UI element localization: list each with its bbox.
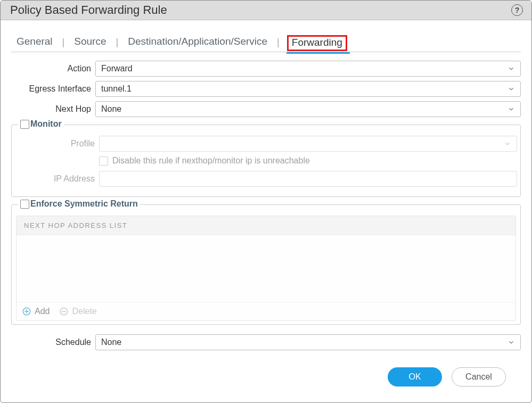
dialog-title: Policy Based Forwarding Rule bbox=[10, 3, 167, 17]
tab-general[interactable]: General bbox=[14, 34, 55, 52]
select-egress-value: tunnel.1 bbox=[101, 84, 132, 94]
cancel-button-label: Cancel bbox=[465, 372, 492, 382]
tab-forwarding[interactable]: Forwarding bbox=[287, 35, 347, 51]
row-nexthop: Next Hop None bbox=[11, 101, 521, 117]
chevron-down-icon bbox=[508, 85, 515, 93]
nexthop-address-list bbox=[17, 235, 515, 302]
select-nexthop[interactable]: None bbox=[95, 101, 521, 117]
chevron-down-icon bbox=[508, 65, 515, 72]
minus-circle-icon bbox=[59, 307, 69, 316]
delete-button: Delete bbox=[59, 307, 96, 316]
label-action: Action bbox=[11, 64, 95, 73]
legend-symmetric: Enforce Symmetric Return bbox=[18, 199, 140, 209]
label-profile: Profile bbox=[15, 139, 99, 149]
checkbox-disable-rule bbox=[99, 157, 108, 166]
content-area: General | Source | Destination/Applicati… bbox=[1, 20, 531, 402]
legend-monitor: Monitor bbox=[18, 119, 64, 129]
tab-source[interactable]: Source bbox=[72, 34, 108, 52]
row-ipaddress: IP Address bbox=[15, 171, 517, 187]
add-button-label: Add bbox=[35, 307, 50, 316]
legend-monitor-label: Monitor bbox=[30, 119, 62, 129]
fieldset-symmetric: Enforce Symmetric Return NEXT HOP ADDRES… bbox=[11, 204, 521, 325]
row-egress: Egress Interface tunnel.1 bbox=[11, 81, 521, 97]
form-area: Action Forward Egress Interface tunnel.1 bbox=[11, 61, 521, 355]
titlebar: Policy Based Forwarding Rule ? bbox=[1, 1, 531, 20]
chevron-down-icon bbox=[508, 339, 515, 346]
nexthop-address-panel: NEXT HOP ADDRESS LIST Add bbox=[16, 216, 516, 321]
checkbox-monitor[interactable] bbox=[20, 120, 29, 129]
ok-button[interactable]: OK bbox=[388, 367, 442, 386]
ok-button-label: OK bbox=[408, 372, 421, 382]
select-action[interactable]: Forward bbox=[95, 61, 521, 77]
tab-separator: | bbox=[277, 37, 280, 48]
cancel-button[interactable]: Cancel bbox=[452, 367, 506, 386]
fieldset-monitor: Monitor Profile Disable this rule if nex… bbox=[11, 125, 521, 197]
input-ipaddress bbox=[99, 171, 517, 187]
plus-circle-icon bbox=[22, 307, 31, 316]
select-profile bbox=[99, 136, 517, 152]
tab-destination[interactable]: Destination/Application/Service bbox=[126, 34, 269, 52]
tab-separator: | bbox=[62, 37, 65, 48]
nexthop-address-actions: Add Delete bbox=[17, 302, 515, 320]
select-schedule[interactable]: None bbox=[95, 334, 521, 350]
nexthop-address-header: NEXT HOP ADDRESS LIST bbox=[17, 216, 515, 235]
select-egress[interactable]: tunnel.1 bbox=[95, 81, 521, 97]
dialog-footer: OK Cancel bbox=[11, 355, 521, 402]
row-disable-rule: Disable this rule if nexthop/monitor ip … bbox=[99, 156, 517, 166]
tab-active-underline bbox=[287, 52, 350, 54]
row-action: Action Forward bbox=[11, 61, 521, 77]
label-disable-rule: Disable this rule if nexthop/monitor ip … bbox=[112, 156, 310, 166]
dialog-window: Policy Based Forwarding Rule ? General |… bbox=[0, 0, 532, 403]
select-schedule-value: None bbox=[101, 338, 121, 347]
row-schedule: Schedule None bbox=[11, 334, 521, 350]
add-button: Add bbox=[22, 307, 50, 316]
select-action-value: Forward bbox=[101, 64, 133, 73]
label-schedule: Schedule bbox=[11, 338, 95, 347]
label-egress: Egress Interface bbox=[11, 84, 95, 94]
tab-strip: General | Source | Destination/Applicati… bbox=[11, 33, 521, 52]
delete-button-label: Delete bbox=[72, 307, 96, 316]
row-profile: Profile bbox=[15, 136, 517, 152]
chevron-down-icon bbox=[504, 140, 511, 147]
checkbox-symmetric[interactable] bbox=[20, 200, 29, 209]
tab-separator: | bbox=[116, 37, 119, 48]
select-nexthop-value: None bbox=[101, 104, 121, 114]
chevron-down-icon bbox=[508, 105, 515, 113]
legend-symmetric-label: Enforce Symmetric Return bbox=[30, 199, 138, 209]
label-ipaddress: IP Address bbox=[15, 174, 99, 184]
tab-forwarding-label: Forwarding bbox=[292, 37, 342, 48]
label-nexthop: Next Hop bbox=[11, 104, 95, 114]
help-icon[interactable]: ? bbox=[511, 4, 523, 16]
